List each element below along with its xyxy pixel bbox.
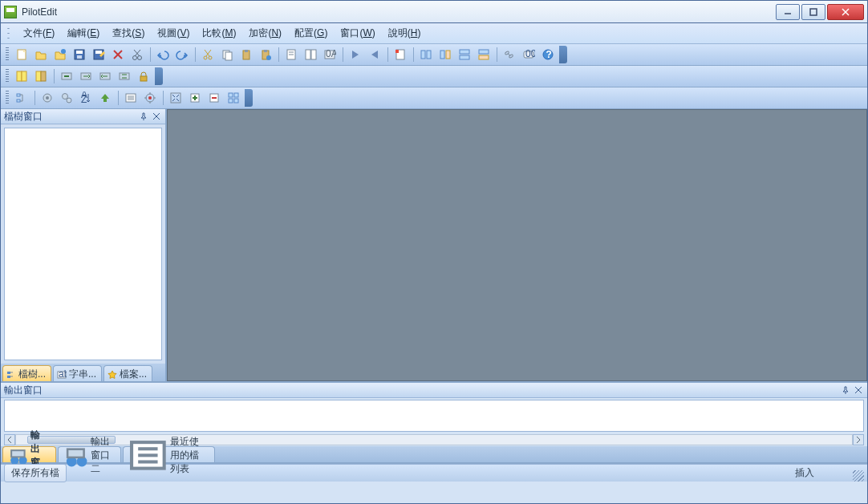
list-icon[interactable] [122,89,140,107]
paste-special-icon[interactable] [257,46,274,63]
new-icon[interactable] [13,46,30,63]
menu-s[interactable]: 查找(S) [106,23,151,43]
status-save-all[interactable]: 保存所有檔 [4,464,67,482]
open-icon[interactable] [32,46,50,63]
pin-icon[interactable] [840,384,851,396]
doc1-icon[interactable] [282,46,300,63]
file-tree-body[interactable] [4,128,162,360]
target-icon[interactable] [141,89,159,107]
svg-rect-92 [7,372,10,374]
save-icon[interactable] [71,46,88,63]
copy-icon[interactable] [218,46,236,63]
svg-rect-88 [229,99,233,103]
prev-icon[interactable] [366,46,383,63]
toolbar-separator [411,46,416,63]
output-body[interactable] [4,400,864,432]
toolbar-grip-icon [6,91,9,105]
left-tab-string[interactable]: ab字串... [53,365,102,381]
editor-area[interactable] [167,109,867,381]
left-pane-tabs: 檔樹...ab字串...檔案... [1,364,165,381]
save-as-icon[interactable] [90,46,107,63]
menu-h[interactable]: 說明(H) [382,23,428,43]
tree-refresh-icon[interactable] [13,89,30,107]
window-title: PilotEdit [22,6,774,18]
undo-icon[interactable] [154,46,172,63]
svg-rect-53 [22,71,26,81]
status-insert-mode: 插入 [789,465,853,482]
tile-icon[interactable] [225,89,242,107]
svg-line-47 [508,54,510,55]
doc2-icon[interactable] [302,46,319,63]
grp1-icon[interactable] [417,46,435,63]
cfg1-icon[interactable] [39,89,56,107]
scissors-icon[interactable] [199,46,217,63]
paste-icon[interactable] [237,46,255,63]
close-button[interactable] [827,4,864,20]
toolbar-main: 0A1000? [1,44,867,66]
svg-rect-36 [395,50,399,53]
svg-rect-55 [41,71,46,81]
redo-icon[interactable] [173,46,191,63]
link-icon[interactable] [501,46,518,63]
pane-close-icon[interactable] [151,111,162,122]
open-remote-icon[interactable] [51,46,69,63]
toolbar-separator [276,46,281,63]
cut-icon[interactable] [128,46,146,63]
menu-m[interactable]: 比較(M) [196,23,242,43]
output-tab[interactable]: 最近使用的檔列表 [123,446,215,462]
scroll-left-icon[interactable] [4,434,15,445]
output-tab[interactable]: 輸出窗口二 [58,446,121,462]
menu-w[interactable]: 窗口(W) [334,23,381,43]
toolbar-overflow-icon[interactable] [245,89,253,107]
svg-line-15 [134,50,140,56]
cmp2-icon[interactable] [32,67,50,85]
svg-rect-10 [95,51,102,54]
pane-close-icon[interactable] [853,384,864,396]
grp4-icon[interactable] [475,46,493,63]
output-tab[interactable]: 輸出窗口 [2,446,56,462]
toolbar-overflow-icon[interactable] [559,46,567,63]
plus-icon[interactable] [186,89,204,107]
grp2-icon[interactable] [436,46,454,63]
expand-icon[interactable] [167,89,185,107]
svg-rect-54 [36,71,41,81]
grp3-icon[interactable] [456,46,473,63]
scroll-right-icon[interactable] [853,434,864,445]
resize-grip-icon[interactable] [853,470,864,482]
hex-icon[interactable]: 0A10 [321,46,339,63]
sync3-icon[interactable] [96,67,114,85]
minimize-button[interactable] [776,4,800,20]
menu-e[interactable]: 編輯(E) [61,23,106,43]
left-tab-fav[interactable]: 檔案... [103,365,152,381]
sync4-icon[interactable] [116,67,133,85]
mark-icon[interactable] [391,46,409,63]
maximize-button[interactable] [801,4,825,20]
svg-point-14 [138,56,142,60]
lock-icon[interactable] [135,67,152,85]
tab-label: 檔案... [120,368,147,381]
sort-icon[interactable]: AZ [77,89,95,107]
counter-icon[interactable]: 00 [520,46,537,63]
svg-rect-1 [810,9,817,15]
help-icon[interactable]: ? [539,46,557,63]
delete-icon[interactable] [109,46,127,63]
menu-v[interactable]: 視圖(V) [151,23,196,43]
up-icon[interactable] [96,89,114,107]
toolbar-separator [116,89,120,107]
cfg2-icon[interactable] [58,89,75,107]
sync1-icon[interactable] [58,67,75,85]
toolbar-overflow-icon[interactable] [155,67,163,85]
toolbar-separator [193,46,197,63]
pin-icon[interactable] [138,111,149,122]
menu-f[interactable]: 文件(F) [17,23,61,43]
menu-n[interactable]: 加密(N) [242,23,288,43]
left-tab-tree[interactable]: 檔樹... [2,365,51,381]
svg-rect-24 [245,50,248,52]
menu-grip-icon [7,26,12,41]
svg-rect-61 [17,94,20,96]
menu-g[interactable]: 配置(G) [288,23,334,43]
minus-icon[interactable] [205,89,223,107]
next-icon[interactable] [347,46,364,63]
sync2-icon[interactable] [77,67,95,85]
cmp1-icon[interactable] [13,67,30,85]
